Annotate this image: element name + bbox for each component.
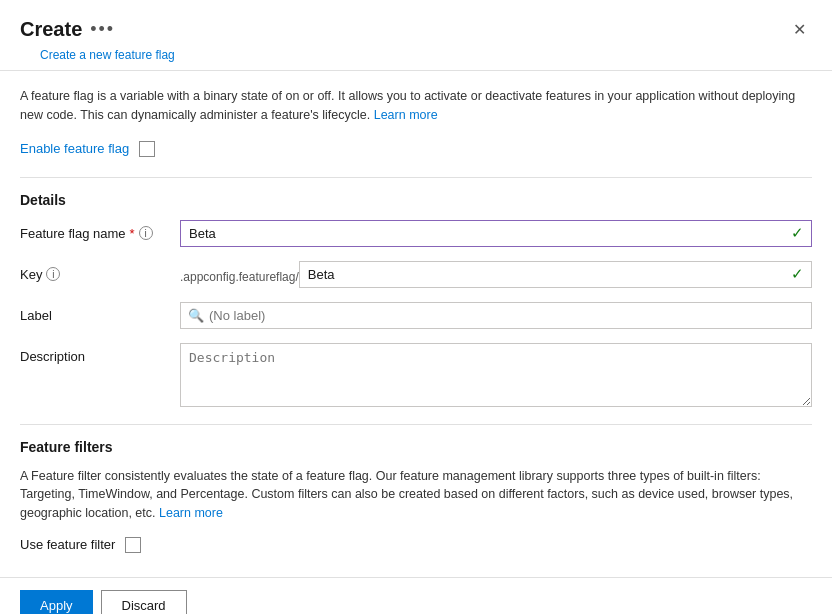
key-prefix: .appconfig.featureflag/ [180,264,299,284]
key-input-wrap: ✓ [299,261,812,288]
learn-more-link-filters[interactable]: Learn more [159,506,223,520]
learn-more-link-info[interactable]: Learn more [374,108,438,122]
key-check-icon: ✓ [791,265,804,283]
key-input[interactable] [299,261,812,288]
filter-info-text: A Feature filter consistently evaluates … [20,467,812,523]
label-input-wrap: 🔍 [180,302,812,329]
more-icon[interactable]: ••• [90,19,115,40]
use-filter-row: Use feature filter [20,537,812,553]
filters-divider [20,424,812,425]
description-row: Description [20,343,812,410]
panel-subtitle[interactable]: Create a new feature flag [20,48,195,72]
panel-footer: Apply Discard [0,577,832,614]
key-label: Key i [20,261,180,282]
apply-button[interactable]: Apply [20,590,93,614]
info-description: A feature flag is a variable with a bina… [20,87,812,125]
label-label: Label [20,302,180,323]
filters-section-title: Feature filters [20,439,812,455]
panel-body: A feature flag is a variable with a bina… [0,71,832,577]
panel-header: Create ••• ✕ [0,0,832,47]
details-section-title: Details [20,192,812,208]
required-indicator: * [130,226,135,241]
flag-name-field-wrap: ✓ [180,220,812,247]
panel-title: Create [20,18,82,41]
flag-name-row: Feature flag name * i ✓ [20,220,812,247]
label-row: Label 🔍 [20,302,812,329]
details-divider [20,177,812,178]
title-group: Create ••• [20,18,115,41]
label-input[interactable] [180,302,812,329]
flag-name-info-icon[interactable]: i [139,226,153,240]
flag-name-check-icon: ✓ [791,224,804,242]
key-info-icon[interactable]: i [46,267,60,281]
description-field-wrap [180,343,812,410]
label-field-wrap: 🔍 [180,302,812,329]
key-row: Key i .appconfig.featureflag/ ✓ [20,261,812,288]
use-filter-label: Use feature filter [20,537,115,552]
flag-name-input[interactable] [180,220,812,247]
create-panel: Create ••• ✕ Create a new feature flag A… [0,0,832,614]
close-button[interactable]: ✕ [787,16,812,43]
key-row-inner: .appconfig.featureflag/ ✓ [180,261,812,288]
enable-checkbox[interactable] [139,141,155,157]
enable-label: Enable feature flag [20,141,129,156]
feature-filters-section: Feature filters A Feature filter consist… [20,439,812,553]
flag-name-input-wrap: ✓ [180,220,812,247]
discard-button[interactable]: Discard [101,590,187,614]
use-filter-checkbox[interactable] [125,537,141,553]
flag-name-label: Feature flag name * i [20,220,180,241]
enable-feature-flag-row: Enable feature flag [20,141,812,157]
description-label: Description [20,343,180,364]
description-input[interactable] [180,343,812,407]
key-field-wrap: .appconfig.featureflag/ ✓ [180,261,812,288]
label-search-icon: 🔍 [188,308,204,323]
